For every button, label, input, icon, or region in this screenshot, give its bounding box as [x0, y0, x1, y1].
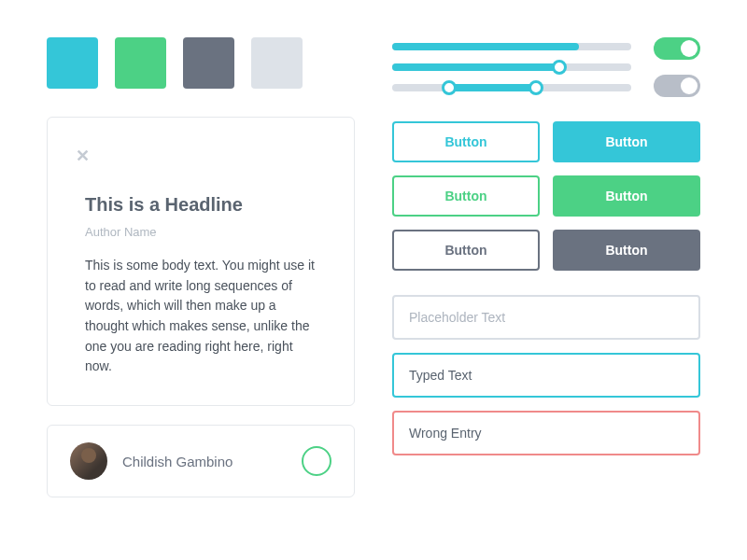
color-swatches: [47, 37, 355, 89]
swatch-light-gray: [251, 37, 303, 89]
button-outline-gray[interactable]: Button: [392, 230, 540, 271]
progress-bar[interactable]: [392, 43, 631, 50]
profile-card[interactable]: Childish Gambino: [47, 425, 355, 497]
slider-range[interactable]: [392, 84, 631, 91]
content-card: ✕ This is a Headline Author Name This is…: [47, 117, 355, 406]
input-error[interactable]: Wrong Entry: [392, 411, 700, 455]
input-typed[interactable]: Typed Text: [392, 353, 700, 398]
toggle-on[interactable]: [654, 37, 700, 60]
button-fill-gray[interactable]: Button: [553, 230, 700, 271]
swatch-cyan: [47, 37, 98, 89]
slider-single[interactable]: [392, 63, 631, 71]
card-body: This is some body text. You might use it…: [85, 256, 317, 377]
button-fill-cyan[interactable]: Button: [553, 121, 700, 162]
inputs-group: Placeholder Text Typed Text Wrong Entry: [392, 295, 700, 455]
button-fill-green[interactable]: Button: [553, 175, 700, 217]
swatch-green: [115, 37, 166, 89]
avatar: [70, 442, 107, 480]
toggles-group: [654, 37, 700, 97]
button-outline-cyan[interactable]: Button: [392, 121, 540, 162]
sliders-group: [392, 43, 631, 91]
profile-name: Childish Gambino: [122, 454, 287, 469]
button-grid: Button Button Button Button Button Butto…: [392, 121, 700, 271]
swatch-dark-gray: [183, 37, 234, 89]
input-placeholder[interactable]: Placeholder Text: [392, 295, 700, 340]
toggle-off[interactable]: [654, 75, 700, 97]
close-icon[interactable]: ✕: [76, 146, 90, 166]
card-headline: This is a Headline: [85, 194, 317, 216]
button-outline-green[interactable]: Button: [392, 175, 540, 217]
card-author: Author Name: [85, 225, 317, 239]
profile-action-icon[interactable]: [302, 446, 331, 476]
